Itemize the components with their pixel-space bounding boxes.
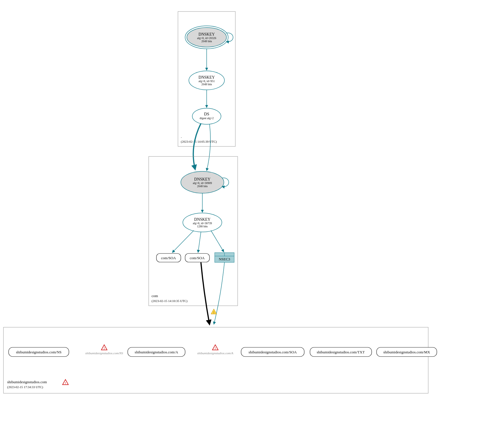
svg-text:!: ! bbox=[215, 346, 216, 350]
root-zsk-title: DNSKEY bbox=[199, 75, 215, 80]
root-ds-node: DS digest alg=2 bbox=[192, 108, 221, 124]
com-ksk-alg: alg=8, id=30909 bbox=[193, 181, 212, 185]
error-icon: ! bbox=[101, 345, 107, 350]
rr-txt-label: shibumidesignstudios.com/TXT bbox=[317, 350, 365, 354]
com-zsk-alg: alg=8, id=36739 bbox=[193, 222, 212, 225]
rr-ns-node: shibumidesignstudios.com/NS bbox=[9, 347, 69, 357]
edge-com-zsk-soa2 bbox=[198, 232, 201, 253]
rr-a-label: shibumidesignstudios.com/A bbox=[135, 350, 178, 354]
root-zone-ts: (2023-02-15 14:05:39 UTC) bbox=[181, 140, 217, 144]
zone-domain: shibumidesignstudios.com/NS ! shibumides… bbox=[3, 327, 437, 393]
root-ds-alg: digest alg=2 bbox=[199, 117, 214, 120]
error-icon: ! bbox=[63, 380, 68, 385]
com-zsk-bits: 1280 bits bbox=[197, 225, 208, 228]
root-zsk-alg: alg=8, id=951 bbox=[199, 80, 215, 83]
rr-mx-label: shibumidesignstudios.com/MX bbox=[383, 350, 430, 354]
root-zone-label: . bbox=[181, 134, 182, 139]
root-zsk-node: DNSKEY alg=8, id=951 2048 bits bbox=[189, 71, 224, 90]
zone-root: DNSKEY alg=8, id=20326 2048 bits DNSKEY … bbox=[178, 11, 235, 146]
com-soa1-node: com/SOA bbox=[156, 253, 181, 262]
edge-com-zsk-nsec3 bbox=[211, 231, 224, 252]
com-nsec3-node: NSEC3 bbox=[215, 253, 234, 262]
svg-text:!: ! bbox=[213, 311, 214, 314]
root-ksk-node: DNSKEY alg=8, id=20326 2048 bits bbox=[185, 26, 228, 49]
com-ksk-title: DNSKEY bbox=[194, 177, 211, 181]
rr-ns-label: shibumidesignstudios.com/NS bbox=[16, 350, 62, 354]
rr-a-ghost-label: shibumidesignstudios.com/A bbox=[197, 351, 233, 355]
root-ksk-alg: alg=8, id=20326 bbox=[197, 36, 216, 40]
error-icon: ! bbox=[212, 345, 218, 350]
svg-text:!: ! bbox=[104, 346, 105, 350]
rr-ns-ghost-label: shibumidesignstudios.com/NS bbox=[85, 351, 123, 355]
com-soa1-label: com/SOA bbox=[161, 256, 176, 260]
warning-icon: ! bbox=[211, 309, 217, 314]
root-ksk-bits: 2048 bits bbox=[201, 40, 212, 43]
root-zsk-bits: 2048 bits bbox=[201, 83, 212, 86]
edge-com-domain-black bbox=[201, 262, 210, 324]
com-zsk-title: DNSKEY bbox=[194, 217, 211, 222]
com-nsec3-label: NSEC3 bbox=[219, 257, 230, 261]
rr-soa-node: shibumidesignstudios.com/SOA bbox=[241, 347, 304, 357]
com-ksk-bits: 2048 bits bbox=[197, 185, 208, 188]
com-soa2-node: com/SOA bbox=[185, 253, 210, 262]
edge-root-ds-com-ksk-2 bbox=[207, 124, 210, 171]
zone-com: DNSKEY alg=8, id=30909 2048 bits DNSKEY … bbox=[149, 156, 238, 306]
domain-zone-ts: (2023-02-15 17:34:33 UTC) bbox=[7, 385, 43, 389]
com-soa2-label: com/SOA bbox=[190, 256, 205, 260]
com-zsk-node: DNSKEY alg=8, id=36739 1280 bits bbox=[183, 213, 222, 232]
rr-a-node: shibumidesignstudios.com/A bbox=[128, 347, 185, 357]
com-zone-label: com bbox=[152, 294, 158, 298]
rr-a-ghost: ! shibumidesignstudios.com/A bbox=[197, 345, 233, 355]
com-ksk-node: DNSKEY alg=8, id=30909 2048 bits bbox=[181, 171, 224, 193]
com-zone-ts: (2023-02-15 14:10:35 UTC) bbox=[152, 299, 188, 303]
edge-com-zsk-soa1 bbox=[172, 231, 194, 253]
domain-zone-label: shibumidesignstudios.com bbox=[7, 380, 47, 384]
rr-soa-label: shibumidesignstudios.com/SOA bbox=[249, 350, 297, 354]
rr-txt-node: shibumidesignstudios.com/TXT bbox=[310, 347, 372, 357]
root-ds-title: DS bbox=[204, 112, 209, 116]
root-ksk-title: DNSKEY bbox=[199, 32, 215, 36]
svg-point-4 bbox=[192, 108, 221, 124]
svg-text:!: ! bbox=[65, 381, 66, 385]
edge-com-nsec3-domain bbox=[214, 262, 224, 324]
rr-mx-node: shibumidesignstudios.com/MX bbox=[377, 347, 437, 357]
rr-ns-ghost: ! shibumidesignstudios.com/NS bbox=[85, 345, 123, 355]
